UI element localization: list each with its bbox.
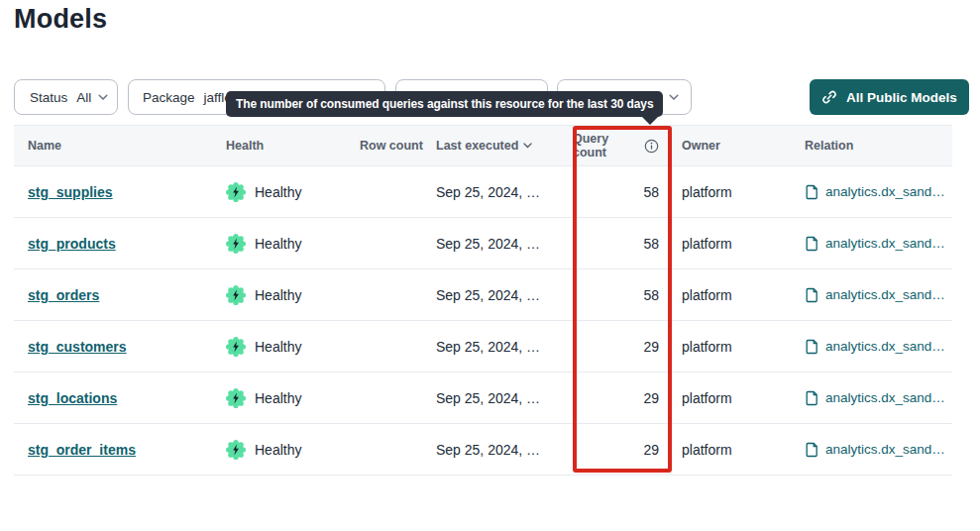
health-status-label: Healthy (255, 287, 301, 303)
status-filter-dropdown[interactable]: Status All (14, 79, 118, 115)
model-name-link[interactable]: stg_order_items (28, 442, 136, 458)
query-count-cell: 58 (573, 287, 672, 303)
model-name-cell: stg_order_items (14, 442, 226, 458)
relation-cell: analytics.dx_sand… (797, 442, 952, 458)
table-body: stg_supplies Healthy Sep 25, 2024, … (14, 166, 952, 476)
health-status-label: Healthy (255, 339, 301, 355)
health-cell: Healthy (226, 285, 360, 305)
model-name-cell: stg_products (14, 236, 226, 252)
table-row: stg_products Healthy Sep 25, 2024, … (14, 218, 952, 269)
health-status-label: Healthy (255, 184, 301, 200)
model-name-link[interactable]: stg_products (28, 236, 116, 252)
document-icon (805, 236, 818, 252)
query-count-cell: 58 (573, 236, 672, 252)
query-count-cell: 58 (573, 184, 672, 200)
health-status-label: Healthy (255, 390, 301, 406)
relation-link[interactable]: analytics.dx_sand… (825, 442, 945, 457)
column-header-owner: Owner (672, 139, 797, 153)
relation-link[interactable]: analytics.dx_sand… (825, 236, 945, 251)
column-header-relation: Relation (797, 139, 952, 153)
relation-cell: analytics.dx_sand… (797, 390, 952, 406)
health-cell: Healthy (226, 337, 360, 357)
health-cell: Healthy (226, 440, 360, 460)
model-name-cell: stg_customers (14, 339, 226, 355)
model-name-cell: stg_supplies (14, 184, 226, 200)
health-status-label: Healthy (255, 442, 301, 458)
last-executed-cell: Sep 25, 2024, … (436, 442, 573, 458)
model-name-cell: stg_locations (14, 390, 226, 406)
document-icon (805, 184, 818, 200)
health-cell: Healthy (226, 234, 360, 254)
health-cell: Healthy (226, 182, 360, 202)
model-name-link[interactable]: stg_orders (28, 287, 99, 303)
model-name-link[interactable]: stg_customers (28, 339, 127, 355)
status-filter-label: Status (30, 90, 67, 105)
document-icon (805, 442, 818, 458)
document-icon (805, 390, 818, 406)
package-filter-label: Package (143, 90, 195, 105)
column-header-health: Health (226, 139, 360, 153)
owner-cell: platform (672, 287, 797, 303)
table-row: stg_order_items Healthy Sep 25, 2024, … (14, 424, 952, 476)
healthy-bolt-badge-icon (226, 234, 246, 254)
table-row: stg_customers Healthy Sep 25, 2024, … (14, 321, 952, 372)
healthy-bolt-badge-icon (226, 388, 246, 408)
query-count-cell: 29 (573, 390, 672, 406)
model-name-link[interactable]: stg_supplies (28, 184, 113, 200)
owner-cell: platform (672, 442, 797, 458)
relation-link[interactable]: analytics.dx_sand… (825, 184, 945, 199)
column-header-query-count: Query count (573, 132, 672, 159)
relation-link[interactable]: analytics.dx_sand… (825, 390, 945, 405)
all-public-models-label: All Public Models (846, 90, 957, 105)
last-executed-cell: Sep 25, 2024, … (436, 287, 573, 303)
last-executed-cell: Sep 25, 2024, … (436, 184, 573, 200)
column-header-row-count: Row count (360, 139, 436, 153)
health-status-label: Healthy (255, 236, 301, 252)
relation-link[interactable]: analytics.dx_sand… (825, 339, 945, 354)
chevron-down-icon (523, 143, 532, 149)
column-header-last-executed[interactable]: Last executed (436, 139, 573, 153)
healthy-bolt-badge-icon (226, 440, 246, 460)
healthy-bolt-badge-icon (226, 182, 246, 202)
model-name-cell: stg_orders (14, 287, 226, 303)
models-table: Name Health Row count Last executed Quer… (14, 125, 952, 476)
chevron-down-icon (98, 94, 108, 101)
table-row: stg_orders Healthy Sep 25, 2024, … 5 (14, 269, 952, 321)
relation-cell: analytics.dx_sand… (797, 236, 952, 252)
owner-cell: platform (672, 236, 797, 252)
all-public-models-button[interactable]: All Public Models (810, 79, 969, 115)
last-executed-cell: Sep 25, 2024, … (436, 339, 573, 355)
page-title: Models (14, 4, 107, 35)
model-name-link[interactable]: stg_locations (28, 390, 117, 406)
status-filter-value: All (76, 90, 91, 105)
query-count-cell: 29 (573, 442, 672, 458)
table-row: stg_locations Healthy Sep 25, 2024, … (14, 372, 952, 424)
owner-cell: platform (672, 390, 797, 406)
relation-cell: analytics.dx_sand… (797, 339, 952, 355)
link-icon (821, 89, 837, 105)
owner-cell: platform (672, 339, 797, 355)
relation-cell: analytics.dx_sand… (797, 184, 952, 200)
query-count-tooltip: The number of consumed queries against t… (226, 91, 663, 117)
chevron-down-icon (669, 94, 679, 101)
relation-cell: analytics.dx_sand… (797, 287, 952, 303)
table-header-row: Name Health Row count Last executed Quer… (14, 125, 952, 166)
query-count-cell: 29 (573, 339, 672, 355)
column-header-name: Name (14, 139, 226, 153)
relation-link[interactable]: analytics.dx_sand… (825, 287, 945, 302)
document-icon (805, 287, 818, 303)
document-icon (805, 339, 818, 355)
table-row: stg_supplies Healthy Sep 25, 2024, … (14, 166, 952, 218)
last-executed-cell: Sep 25, 2024, … (436, 390, 573, 406)
info-icon[interactable] (644, 139, 659, 154)
owner-cell: platform (672, 184, 797, 200)
health-cell: Healthy (226, 388, 360, 408)
healthy-bolt-badge-icon (226, 337, 246, 357)
tooltip-text: The number of consumed queries against t… (236, 97, 653, 111)
last-executed-cell: Sep 25, 2024, … (436, 236, 573, 252)
healthy-bolt-badge-icon (226, 285, 246, 305)
